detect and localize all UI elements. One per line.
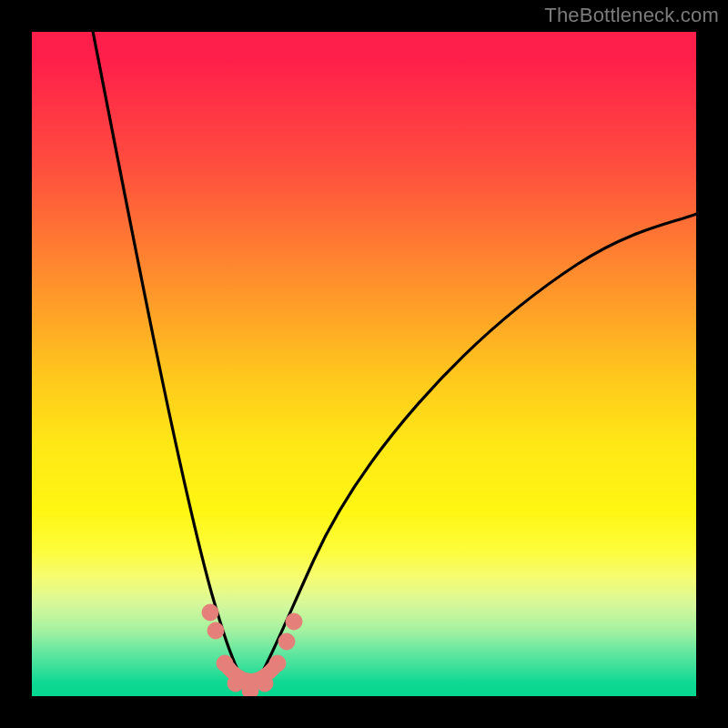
curve-right: [250, 212, 696, 693]
salmon-cluster: [202, 604, 302, 696]
plot-area: [32, 32, 696, 696]
watermark-text: TheBottleneck.com: [544, 4, 719, 27]
svg-point-0: [202, 604, 218, 621]
svg-point-1: [207, 622, 224, 639]
svg-point-8: [286, 613, 302, 630]
chart-canvas: TheBottleneck.com: [0, 0, 728, 728]
curves-layer: [32, 32, 696, 696]
curve-left: [92, 32, 250, 693]
svg-point-7: [278, 633, 295, 650]
